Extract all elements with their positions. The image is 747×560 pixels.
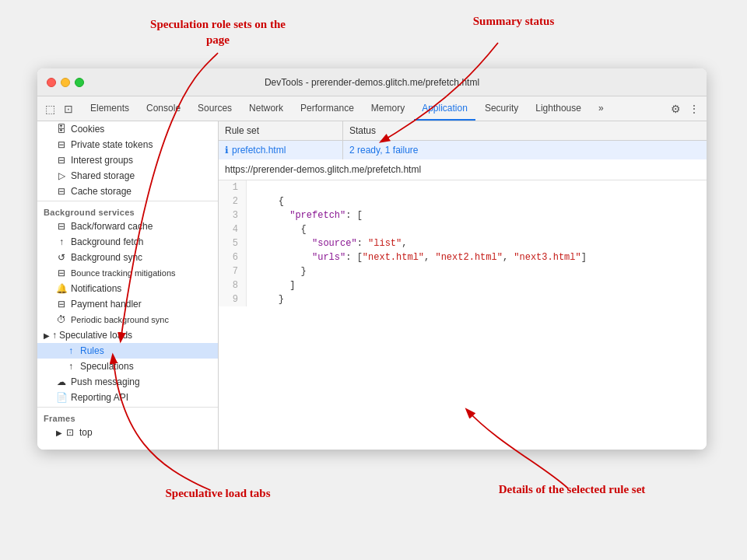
annotation-summary-status: Summary status <box>451 14 576 30</box>
speculative-loads-icon: ↑ <box>52 330 57 341</box>
annotation-speculative-load-tabs: Speculative load tabs <box>140 486 296 502</box>
top-frame-icon: ⊡ <box>65 427 75 438</box>
code-line-2: 2 { <box>219 194 707 208</box>
tab-lighthouse[interactable]: Lighthouse <box>528 96 589 121</box>
devtools-toolbar: ⬚ ⊡ Elements Console Sources Network Per… <box>37 96 707 121</box>
sidebar-item-background-fetch[interactable]: ↑ Background fetch <box>37 234 218 250</box>
divider-1 <box>37 201 218 201</box>
tab-performance[interactable]: Performance <box>293 96 362 121</box>
push-messaging-icon: ☁ <box>56 376 67 387</box>
main-panel: Rule set Status ℹ prefetch.html 2 ready,… <box>219 121 707 450</box>
shared-storage-icon: ▷ <box>56 170 67 181</box>
sidebar-item-cache-storage[interactable]: ⊟ Cache storage <box>37 184 218 199</box>
browser-window: DevTools - prerender-demos.glitch.me/pre… <box>37 68 707 450</box>
code-line-8: 8 ] <box>219 278 707 292</box>
code-line-7: 7 } <box>219 264 707 278</box>
devtools-body: 🗄 Cookies ⊟ Private state tokens ⊟ Inter… <box>37 121 707 450</box>
background-fetch-icon: ↑ <box>56 236 67 247</box>
sidebar-item-private-state-tokens[interactable]: ⊟ Private state tokens <box>37 137 218 152</box>
sidebar-item-cookies[interactable]: 🗄 Cookies <box>37 121 218 137</box>
sidebar-item-speculations[interactable]: ↑ Speculations <box>37 359 218 374</box>
tab-console[interactable]: Console <box>139 96 188 121</box>
divider-2 <box>37 407 218 408</box>
info-icon: ℹ <box>225 145 229 156</box>
toolbar-icons: ⬚ ⊡ <box>42 101 76 117</box>
tab-elements[interactable]: Elements <box>82 96 137 121</box>
sidebar: 🗄 Cookies ⊟ Private state tokens ⊟ Inter… <box>37 121 219 450</box>
rules-icon: ↑ <box>65 345 76 356</box>
tab-sources[interactable]: Sources <box>190 96 240 121</box>
frames-header: Frames <box>37 409 218 425</box>
toolbar-tabs: Elements Console Sources Network Perform… <box>82 96 612 121</box>
frames-arrow: ▶ <box>56 429 62 437</box>
col-status-header: Status <box>343 121 707 140</box>
sidebar-item-rules[interactable]: ↑ Rules <box>37 343 218 359</box>
private-state-icon: ⊟ <box>56 139 67 150</box>
sidebar-item-top[interactable]: ▶ ⊡ top <box>37 425 218 440</box>
cache-storage-icon: ⊟ <box>56 186 67 197</box>
expand-arrow: ▶ <box>44 331 50 340</box>
td-ruleset[interactable]: ℹ prefetch.html <box>219 141 343 159</box>
sidebar-item-background-sync[interactable]: ↺ Background sync <box>37 250 218 265</box>
url-bar: https://prerender-demos.glitch.me/prefet… <box>219 159 707 180</box>
toolbar-right: ⚙ ⋮ <box>668 101 702 117</box>
sidebar-group-speculative-loads[interactable]: ▶ ↑ Speculative loads <box>37 327 218 343</box>
tab-application[interactable]: Application <box>414 96 475 121</box>
payment-handler-icon: ⊟ <box>56 299 67 310</box>
tab-memory[interactable]: Memory <box>363 96 412 121</box>
cookies-icon: 🗄 <box>56 124 67 135</box>
sidebar-item-periodic-bg-sync[interactable]: ⏱ Periodic background sync <box>37 312 218 327</box>
col-ruleset-header: Rule set <box>219 121 343 140</box>
speculations-icon: ↑ <box>65 361 76 372</box>
code-line-4: 4 { <box>219 222 707 236</box>
tab-security[interactable]: Security <box>477 96 526 121</box>
close-button[interactable] <box>47 78 56 87</box>
periodic-bg-sync-icon: ⏱ <box>56 314 67 325</box>
tab-network[interactable]: Network <box>241 96 291 121</box>
more-icon[interactable]: ⋮ <box>686 101 702 117</box>
code-line-5: 5 "source": "list", <box>219 236 707 250</box>
code-line-9: 9 } <box>219 292 707 306</box>
sidebar-item-payment-handler[interactable]: ⊟ Payment handler <box>37 296 218 312</box>
inspect-icon[interactable]: ⬚ <box>42 101 58 117</box>
annotation-speculation-role: Speculation role sets on the page <box>148 17 288 47</box>
sidebar-item-notifications[interactable]: 🔔 Notifications <box>37 281 218 296</box>
settings-icon[interactable]: ⚙ <box>668 101 683 117</box>
annotation-details-selected: Details of the selected rule set <box>475 482 669 498</box>
sidebar-item-bounce-tracking[interactable]: ⊟ Bounce tracking mitigations <box>37 265 218 281</box>
background-services-header: Background services <box>37 203 218 219</box>
bounce-tracking-icon: ⊟ <box>56 268 67 278</box>
device-icon[interactable]: ⊡ <box>61 101 76 117</box>
window-title: DevTools - prerender-demos.glitch.me/pre… <box>265 77 479 88</box>
minimize-button[interactable] <box>61 78 70 87</box>
tab-more[interactable]: » <box>591 96 612 121</box>
background-sync-icon: ↺ <box>56 252 67 263</box>
sidebar-item-push-messaging[interactable]: ☁ Push messaging <box>37 374 218 390</box>
table-header: Rule set Status <box>219 121 707 141</box>
code-line-6: 6 "urls": ["next.html", "next2.html", "n… <box>219 250 707 264</box>
td-status: 2 ready, 1 failure <box>343 141 707 159</box>
back-forward-icon: ⊟ <box>56 221 67 232</box>
maximize-button[interactable] <box>75 78 84 87</box>
code-view: 1 2 { 3 "prefetch": [ 4 { 5 <box>219 180 707 450</box>
sidebar-item-reporting-api[interactable]: 📄 Reporting API <box>37 390 218 405</box>
code-line-1: 1 <box>219 180 707 194</box>
sidebar-item-back-forward[interactable]: ⊟ Back/forward cache <box>37 219 218 234</box>
interest-groups-icon: ⊟ <box>56 155 67 166</box>
title-bar: DevTools - prerender-demos.glitch.me/pre… <box>37 68 707 96</box>
sidebar-item-shared-storage[interactable]: ▷ Shared storage <box>37 168 218 184</box>
table-row[interactable]: ℹ prefetch.html 2 ready, 1 failure <box>219 141 707 159</box>
reporting-api-icon: 📄 <box>56 392 67 403</box>
notifications-icon: 🔔 <box>56 283 67 294</box>
traffic-lights <box>47 78 84 87</box>
code-line-3: 3 "prefetch": [ <box>219 208 707 222</box>
sidebar-item-interest-groups[interactable]: ⊟ Interest groups <box>37 152 218 168</box>
